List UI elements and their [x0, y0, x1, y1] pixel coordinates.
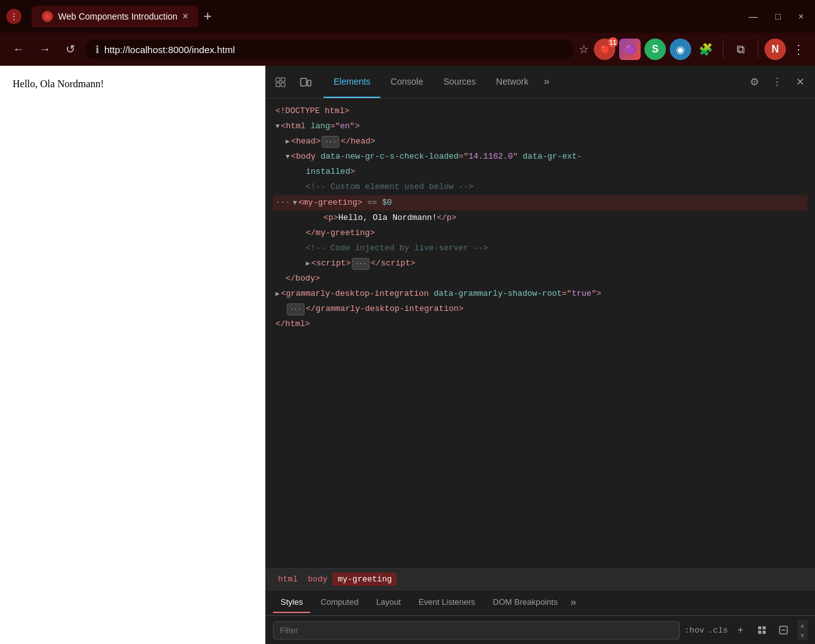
title-bar: ⋮ Web Components Introduction × + — □ × — [0, 0, 815, 33]
svg-rect-2 — [276, 83, 280, 87]
grammarly-ellipsis[interactable]: ··· — [287, 303, 305, 315]
scrollbar[interactable]: ▲ ▼ — [797, 620, 807, 640]
info-icon: ℹ — [95, 44, 99, 56]
tab-elements[interactable]: Elements — [323, 66, 380, 98]
address-input[interactable] — [104, 44, 564, 55]
active-tab[interactable]: Web Components Introduction × — [32, 6, 198, 27]
device-toggle-button[interactable] — [296, 72, 316, 92]
page-greeting-text: Hello, Ola Nordmann! — [13, 78, 253, 90]
nav-divider — [723, 40, 723, 58]
svg-rect-7 — [763, 626, 766, 629]
filter-bar: :hov .cls + — [265, 616, 815, 644]
tab-network[interactable]: Network — [486, 66, 538, 98]
breadcrumb-body[interactable]: body — [303, 573, 332, 586]
back-button[interactable]: ← — [8, 40, 29, 59]
extension-badge-icon[interactable]: 🔴11 — [594, 39, 615, 60]
my-greeting-triangle[interactable] — [293, 197, 297, 209]
filter-hov[interactable]: :hov — [685, 626, 704, 635]
dom-head[interactable]: <head> ··· </head> — [273, 134, 807, 149]
sidebar-button[interactable]: ⧉ — [730, 39, 751, 60]
new-tab-button[interactable]: + — [198, 8, 217, 25]
filter-actions: :hov .cls + — [685, 621, 792, 639]
nav-bar: ← → ↺ ℹ ☆ 🔴11 🟣 S ◉ 🧩 ⧉ N ⋮ — [0, 33, 815, 66]
breadcrumb-my-greeting[interactable]: my-greeting — [332, 573, 397, 586]
head-ellipsis[interactable]: ··· — [322, 136, 339, 148]
tab-more[interactable]: » — [538, 66, 555, 98]
breadcrumb-html[interactable]: html — [273, 573, 303, 586]
blue-extension-icon[interactable]: ◉ — [670, 39, 691, 60]
dom-comment-custom: <!-- Custom element used below --> — [273, 179, 807, 195]
n-extension-icon[interactable]: N — [764, 39, 786, 60]
window-controls: — □ × — [744, 9, 809, 24]
filter-icon-button-1[interactable] — [753, 621, 771, 639]
dom-body-open-cont: installed > — [273, 164, 807, 179]
settings-button[interactable]: ⚙ — [744, 72, 764, 92]
more-options-button[interactable]: ⋮ — [767, 72, 787, 92]
html-triangle[interactable] — [275, 121, 280, 133]
bottom-tab-event-listeners[interactable]: Event Listeners — [411, 592, 483, 613]
maximize-button[interactable]: □ — [770, 9, 785, 24]
svg-rect-8 — [758, 631, 761, 634]
filter-add-button[interactable]: + — [732, 621, 749, 639]
dom-body-open[interactable]: <body data-new-gr-c-s-check-loaded =" 14… — [273, 149, 807, 164]
bottom-tab-computed[interactable]: Computed — [313, 592, 366, 613]
scroll-up-button[interactable]: ▲ — [797, 620, 807, 630]
script-triangle[interactable] — [306, 258, 310, 270]
browser-menu-button[interactable]: ⋮ — [6, 9, 21, 24]
dom-script[interactable]: <script> ··· </script> — [273, 256, 807, 271]
bottom-tab-styles[interactable]: Styles — [273, 592, 310, 613]
close-devtools-button[interactable]: ✕ — [790, 72, 810, 92]
dom-html-close: </html> — [273, 317, 807, 332]
address-bar[interactable]: ℹ — [85, 40, 574, 59]
dom-html-open[interactable]: <html lang =" en "> — [273, 119, 807, 134]
browser-menu-dots[interactable]: ⋮ — [790, 39, 807, 59]
bottom-tab-dom-breakpoints[interactable]: DOM Breakpoints — [485, 592, 565, 613]
svg-rect-4 — [301, 78, 306, 86]
dom-my-greeting-close: </my-greeting> — [273, 226, 807, 241]
tab-console[interactable]: Console — [380, 66, 433, 98]
my-greeting-dots: ··· — [275, 196, 290, 210]
head-triangle[interactable] — [286, 136, 290, 148]
svg-rect-9 — [763, 631, 766, 634]
bookmark-button[interactable]: ☆ — [579, 42, 589, 56]
scroll-down-button[interactable]: ▼ — [797, 630, 807, 640]
reload-button[interactable]: ↺ — [61, 40, 80, 59]
puzzle-icon[interactable]: 🧩 — [695, 39, 716, 60]
svg-rect-0 — [276, 78, 280, 82]
purple-extension-icon[interactable]: 🟣 — [619, 39, 641, 60]
bottom-tab-more[interactable]: » — [568, 595, 579, 611]
devtools-icons — [270, 72, 316, 92]
page-area: Hello, Ola Nordmann! — [0, 66, 265, 644]
nav-icons: 🔴11 🟣 S ◉ 🧩 ⧉ N ⋮ — [594, 39, 807, 60]
tab-favicon — [42, 11, 53, 22]
dom-grammarly-close: ··· </grammarly-desktop-integration> — [273, 301, 807, 317]
svg-rect-3 — [281, 83, 285, 87]
svg-rect-6 — [758, 626, 761, 629]
minimize-button[interactable]: — — [744, 9, 763, 24]
forward-button[interactable]: → — [34, 40, 56, 59]
inspect-element-button[interactable] — [270, 72, 291, 92]
tab-sources[interactable]: Sources — [433, 66, 486, 98]
doctype-tag: <!DOCTYPE html> — [275, 104, 349, 118]
dom-p-tag[interactable]: <p> Hello, Ola Nordmann! </p> — [273, 210, 807, 226]
tab-title: Web Components Introduction — [58, 11, 178, 21]
filter-icon-button-2[interactable] — [775, 621, 792, 639]
filter-input[interactable] — [273, 621, 680, 640]
dom-tree[interactable]: <!DOCTYPE html> <html lang =" en "> <hea… — [265, 99, 815, 568]
filter-cls[interactable]: .cls — [708, 626, 728, 635]
svg-rect-1 — [281, 78, 285, 82]
script-ellipsis[interactable]: ··· — [352, 258, 370, 270]
close-button[interactable]: × — [794, 9, 809, 24]
badge-count: 11 — [608, 37, 618, 47]
s-extension-icon[interactable]: S — [644, 39, 666, 60]
dom-doctype: <!DOCTYPE html> — [273, 104, 807, 119]
devtools-header: Elements Console Sources Network » ⚙ ⋮ ✕ — [265, 66, 815, 99]
main-content: Hello, Ola Nordmann! — [0, 66, 815, 644]
devtools-tabs: Elements Console Sources Network » — [323, 66, 744, 98]
tab-close-button[interactable]: × — [183, 11, 188, 22]
dom-grammarly-open[interactable]: <grammarly-desktop-integration data-gram… — [273, 286, 807, 301]
grammarly-triangle[interactable] — [275, 288, 280, 300]
dom-my-greeting[interactable]: ··· <my-greeting> == $0 — [273, 195, 807, 210]
body-triangle[interactable] — [286, 151, 290, 163]
bottom-tab-layout[interactable]: Layout — [368, 592, 408, 613]
